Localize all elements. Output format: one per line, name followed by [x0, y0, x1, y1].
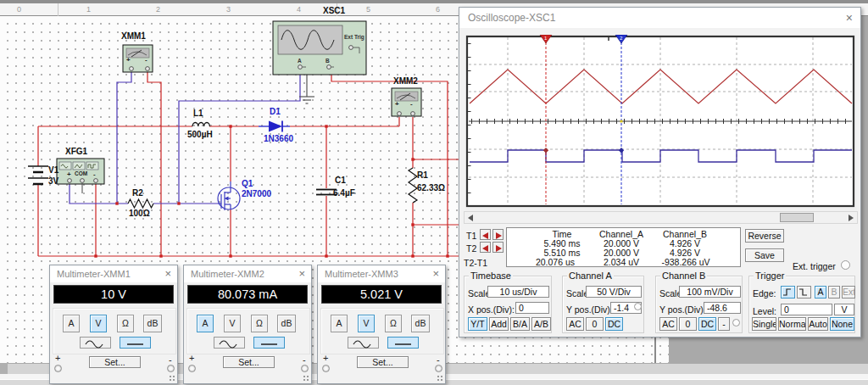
ac-mode-button[interactable] [80, 337, 111, 349]
channel-a-zero-button[interactable]: 0 [586, 317, 604, 331]
minus-terminal-label: - [169, 354, 172, 365]
t1-left-button[interactable] [480, 229, 491, 240]
scroll-thumb[interactable] [780, 213, 814, 222]
set-button[interactable]: Set... [223, 356, 275, 368]
multimeter-titlebar[interactable]: Multimeter-XMM3 [318, 265, 445, 282]
label-q1-ref[interactable]: Q1 [242, 179, 253, 188]
label-xfg1[interactable]: XFG1 [65, 147, 87, 156]
set-button[interactable]: Set... [89, 356, 141, 368]
multimeter-titlebar[interactable]: Multimeter-XMM1 [50, 265, 177, 282]
label-r1-ref[interactable]: R1 [417, 170, 428, 180]
amps-button[interactable]: A [63, 315, 80, 332]
label-v1-ref[interactable]: V1 [48, 165, 58, 175]
label-r2-ref[interactable]: R2 [132, 188, 143, 198]
trigger-b-button[interactable]: B [828, 286, 840, 299]
minus-terminal[interactable] [301, 365, 309, 372]
resize-grip[interactable] [169, 375, 175, 382]
plus-terminal[interactable] [54, 365, 62, 372]
close-icon[interactable]: × [298, 267, 305, 280]
ac-mode-button[interactable] [348, 337, 379, 349]
falling-edge-button[interactable] [797, 286, 811, 299]
channel-b-ac-button[interactable]: AC [659, 317, 677, 331]
trigger-a-button[interactable]: A [815, 286, 826, 299]
reverse-button[interactable]: Reverse [745, 229, 784, 243]
scope-scrollbar[interactable] [464, 211, 858, 224]
amps-button[interactable]: A [331, 315, 348, 332]
t2-right-button[interactable] [492, 242, 504, 253]
close-icon[interactable]: × [846, 11, 853, 25]
dc-mode-button[interactable] [387, 337, 419, 349]
single-button[interactable]: Single [752, 317, 776, 331]
trigger-title: Trigger [754, 271, 786, 281]
amps-button[interactable]: A [197, 315, 214, 332]
multisim-workspace: 0 1 2 3 4 5 6 [0, 0, 868, 385]
t2-left-button[interactable] [480, 242, 491, 253]
minus-terminal[interactable] [167, 365, 175, 372]
channel-a-radio[interactable] [634, 303, 642, 310]
minus-terminal[interactable] [435, 365, 442, 372]
oscilloscope-titlebar[interactable]: Oscilloscope-XSC1 [459, 8, 860, 28]
label-v1-value[interactable]: 3V [48, 176, 58, 186]
channel-a-ac-button[interactable]: AC [566, 317, 584, 331]
timebase-scale-field[interactable]: 10 us/Div [487, 286, 549, 298]
channel-a-dc-button[interactable]: DC [605, 317, 623, 331]
dc-mode-button[interactable] [120, 337, 151, 349]
ext-trigger-indicator[interactable] [841, 260, 850, 270]
db-button[interactable]: dB [277, 315, 296, 332]
channel-b-ypos-field[interactable]: -48.6 [704, 302, 741, 314]
resize-grip[interactable] [303, 375, 309, 382]
label-xmm1[interactable]: XMM1 [121, 31, 146, 41]
label-q1-value[interactable]: 2N7000 [242, 189, 271, 198]
ab-button[interactable]: A/B [531, 317, 551, 331]
volts-button[interactable]: V [224, 315, 241, 332]
t1-right-button[interactable] [492, 229, 504, 240]
db-button[interactable]: dB [143, 315, 162, 332]
label-c1-value[interactable]: 6.4µF [333, 188, 355, 198]
trigger-ext-button[interactable]: Ext [842, 286, 855, 299]
label-xmm2[interactable]: XMM2 [393, 76, 418, 86]
label-r2-value[interactable]: 100Ω [129, 209, 150, 218]
yt-button[interactable]: Y/T [468, 317, 487, 331]
label-d1-value[interactable]: 1N3660 [264, 134, 293, 143]
label-xsc1[interactable]: XSC1 [323, 6, 345, 15]
multimeter-titlebar[interactable]: Multimeter-XMM2 [184, 265, 311, 282]
channel-a-scale-field[interactable]: 50 V/Div [586, 286, 642, 298]
rising-edge-button[interactable] [781, 286, 795, 299]
volts-button[interactable]: V [90, 315, 107, 332]
channel-b-dc-button[interactable]: DC [698, 317, 716, 331]
channel-b-minus-button[interactable]: - [718, 317, 730, 331]
channel-a-ypos-label: Y pos.(Div): [566, 304, 613, 315]
timebase-xpos-field[interactable]: 0 [515, 302, 549, 314]
plus-terminal[interactable] [322, 365, 330, 372]
ohms-button[interactable]: Ω [385, 315, 402, 332]
normal-button[interactable]: Normal [778, 317, 806, 331]
channel-b-scale-field[interactable]: 100 mV/Div [679, 286, 741, 298]
label-l1-value[interactable]: 500µH [187, 130, 213, 139]
volts-button[interactable]: V [358, 315, 375, 332]
none-button[interactable]: None [830, 317, 854, 331]
set-button[interactable]: Set... [357, 356, 409, 368]
save-button[interactable]: Save [745, 248, 784, 262]
scroll-left-icon[interactable] [468, 215, 473, 221]
label-l1-ref[interactable]: L1 [193, 109, 203, 118]
ohms-button[interactable]: Ω [117, 315, 134, 332]
trigger-unit-select[interactable]: V [834, 304, 854, 315]
ohms-button[interactable]: Ω [251, 315, 268, 332]
auto-button[interactable]: Auto [808, 317, 828, 331]
trigger-level-field[interactable]: 0 [781, 304, 832, 315]
channel-b-zero-button[interactable]: 0 [679, 317, 697, 331]
add-button[interactable]: Add [489, 317, 509, 331]
plus-terminal[interactable] [188, 365, 196, 372]
channel-b-radio[interactable] [732, 319, 740, 326]
label-r1-value[interactable]: 62.33Ω [417, 183, 445, 192]
db-button[interactable]: dB [411, 315, 430, 332]
ba-button[interactable]: B/A [510, 317, 530, 331]
close-icon[interactable]: × [164, 267, 171, 280]
scroll-right-icon[interactable] [849, 215, 854, 221]
label-d1-ref[interactable]: D1 [270, 107, 281, 116]
ac-mode-button[interactable] [214, 337, 245, 349]
close-icon[interactable]: × [432, 267, 439, 280]
resize-grip[interactable] [437, 375, 443, 382]
label-c1-ref[interactable]: C1 [335, 176, 346, 185]
dc-mode-button[interactable] [253, 337, 285, 349]
